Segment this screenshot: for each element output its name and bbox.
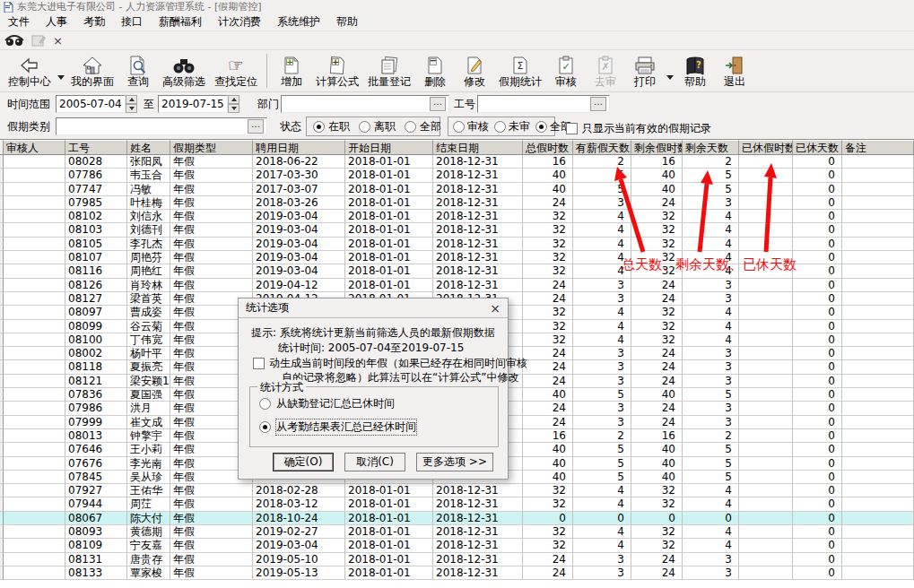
table-row[interactable]: 08067陈大付年假2018-10-242018-01-012018-12-31… bbox=[0, 512, 914, 525]
col-header[interactable]: 姓名 bbox=[127, 140, 170, 155]
auto-generate-checkbox[interactable] bbox=[253, 358, 265, 369]
table-cell: 24 bbox=[523, 416, 573, 429]
col-header[interactable]: 总假时数 bbox=[523, 140, 573, 155]
dept-lookup-button[interactable]: … bbox=[430, 97, 446, 111]
radio-audited-icon[interactable] bbox=[453, 121, 465, 133]
time-range-label: 时间范围 bbox=[7, 95, 50, 113]
table-row[interactable]: 07786韦玉合年假2017-03-302018-01-012018-12-31… bbox=[0, 169, 914, 182]
leave-type-lookup-button[interactable]: … bbox=[248, 119, 264, 134]
query-button[interactable]: 查询 bbox=[118, 53, 158, 89]
emp-no-input[interactable]: … bbox=[477, 95, 610, 113]
col-header[interactable]: 有薪假天数 bbox=[573, 140, 631, 155]
col-header[interactable]: 已休假时数 bbox=[739, 140, 793, 155]
table-row[interactable]: 08102刘信永年假2019-03-042018-01-012018-12-31… bbox=[0, 210, 914, 223]
table-row[interactable]: 07747冯敏年假2017-03-072018-01-012018-12-314… bbox=[0, 183, 914, 196]
print-button[interactable]: 打印 bbox=[625, 53, 665, 89]
audit-option-unaudited[interactable]: 未审 bbox=[509, 119, 530, 134]
advanced-filter-button[interactable]: 高级筛选 bbox=[158, 53, 210, 89]
menu-system[interactable]: 系统维护 bbox=[269, 14, 328, 30]
locate-button[interactable]: ☞ 查找定位 bbox=[210, 53, 262, 89]
col-header[interactable]: 聘用日期 bbox=[253, 140, 345, 155]
batch-register-button[interactable]: 批量登记 bbox=[363, 53, 415, 89]
menu-payroll[interactable]: 薪酬福利 bbox=[151, 14, 210, 30]
table-row[interactable]: 07927王佑华年假2018-02-282018-01-012018-12-31… bbox=[0, 484, 914, 497]
leave-type-input[interactable]: … bbox=[56, 117, 267, 135]
stat-method-option1[interactable]: 从缺勤登记汇总已休时间 bbox=[259, 396, 395, 411]
radio-all2-icon[interactable] bbox=[535, 121, 547, 133]
date-from-input[interactable]: 2005-07-04 bbox=[56, 95, 126, 113]
table-cell: 年假 bbox=[170, 497, 253, 511]
formula-button[interactable]: + 计算公式 bbox=[311, 53, 363, 89]
spinner-up-icon[interactable] bbox=[126, 95, 137, 104]
table-cell: 0 bbox=[793, 264, 842, 278]
radio-attendance-icon[interactable] bbox=[259, 421, 271, 433]
eye-icon[interactable] bbox=[4, 34, 24, 48]
col-header[interactable]: 结束日期 bbox=[433, 140, 523, 155]
note-icon[interactable] bbox=[31, 34, 46, 48]
only-valid-checkbox[interactable] bbox=[566, 123, 578, 134]
radio-left-icon[interactable] bbox=[359, 121, 370, 133]
date-from-spinner[interactable] bbox=[126, 95, 137, 113]
table-row[interactable]: 08131唐贵存年假2019-05-102018-01-012018-12-31… bbox=[0, 553, 914, 566]
table-cell: 覃家梭 bbox=[127, 566, 170, 580]
status-option-all[interactable]: 全部 bbox=[420, 119, 441, 134]
my-screen-button[interactable]: 我的界面 bbox=[66, 53, 118, 89]
dialog-titlebar[interactable]: 统计选项 × bbox=[239, 298, 508, 318]
radio-active-icon[interactable] bbox=[313, 121, 325, 133]
emp-no-lookup-button[interactable]: … bbox=[590, 97, 606, 111]
col-header[interactable]: 剩余假时数 bbox=[631, 140, 683, 155]
menu-hr[interactable]: 人事 bbox=[38, 14, 75, 30]
table-row[interactable]: 08028张阳凤年假2018-06-222018-01-012018-12-31… bbox=[0, 155, 914, 169]
control-center-dropdown-icon[interactable] bbox=[57, 75, 65, 80]
date-to-input[interactable]: 2019-07-15 bbox=[158, 95, 228, 113]
table-cell: 0 bbox=[793, 292, 842, 306]
audit-option-audited[interactable]: 审核 bbox=[467, 119, 489, 134]
delete-button[interactable]: − 删除 bbox=[415, 53, 455, 89]
col-header[interactable]: 审核人 bbox=[4, 140, 65, 155]
col-header[interactable]: 工号 bbox=[65, 140, 127, 155]
stat-method-option2[interactable]: 从考勤结果表汇总已经休时间 bbox=[259, 419, 416, 435]
status-option-active[interactable]: 在职 bbox=[328, 119, 350, 134]
table-row[interactable]: 08109宁友嘉年假2019-03-042018-01-012018-12-31… bbox=[0, 539, 914, 552]
date-to-spinner[interactable] bbox=[228, 95, 239, 113]
spinner-down-icon[interactable] bbox=[126, 104, 137, 113]
spinner-up-icon[interactable] bbox=[228, 95, 239, 104]
col-header[interactable]: 开始日期 bbox=[345, 140, 433, 155]
menu-file[interactable]: 文件 bbox=[0, 14, 38, 30]
radio-all-icon[interactable] bbox=[405, 121, 416, 133]
radio-absence-icon[interactable] bbox=[259, 398, 271, 410]
cancel-button[interactable]: 取消(C) bbox=[344, 453, 405, 471]
ok-button[interactable]: 确定(O) bbox=[273, 453, 334, 471]
table-row[interactable]: 08103刘德刊年假2019-03-042018-01-012018-12-31… bbox=[0, 223, 914, 237]
help-button[interactable]: ? 帮助 bbox=[675, 53, 715, 89]
spinner-down-icon[interactable] bbox=[228, 104, 239, 113]
table-row[interactable]: 08133覃家梭年假2019-05-132018-01-012018-12-31… bbox=[0, 566, 914, 580]
menu-attendance[interactable]: 考勤 bbox=[75, 14, 113, 30]
control-center-button[interactable]: 控制中心 bbox=[4, 53, 56, 89]
exit-button[interactable]: 退出 bbox=[715, 53, 754, 89]
table-row[interactable]: 07944周茳年假2018-03-122018-01-012018-12-313… bbox=[0, 497, 914, 511]
print-dropdown-icon[interactable] bbox=[666, 75, 674, 80]
menu-help[interactable]: 帮助 bbox=[328, 14, 366, 30]
leave-stats-button[interactable]: Σ 假期统计 bbox=[494, 53, 546, 89]
menu-interface[interactable]: 接口 bbox=[113, 14, 151, 30]
col-header[interactable]: 备注 bbox=[842, 140, 914, 155]
radio-unaudited-icon[interactable] bbox=[494, 121, 506, 133]
col-header[interactable]: 剩余天数 bbox=[683, 140, 739, 155]
modify-button[interactable]: 修改 bbox=[455, 53, 494, 89]
table-cell: 3 bbox=[573, 347, 631, 360]
col-header[interactable]: 已休天数 bbox=[793, 140, 842, 155]
dialog-close-icon[interactable]: × bbox=[490, 302, 501, 315]
table-row[interactable]: 08093黄德期年假2019-02-272018-01-012018-12-31… bbox=[0, 525, 914, 539]
more-options-button[interactable]: 更多选项 >> bbox=[416, 453, 493, 471]
table-row[interactable]: 08126肖玲林年假2019-04-122018-01-012018-12-31… bbox=[0, 279, 914, 292]
status-option-left[interactable]: 离职 bbox=[374, 119, 396, 134]
add-button[interactable]: + 增加 bbox=[272, 53, 311, 89]
col-header[interactable]: 假期类型 bbox=[170, 140, 253, 155]
dept-input[interactable]: … bbox=[281, 95, 449, 113]
menu-consumption[interactable]: 计次消费 bbox=[210, 14, 269, 30]
table-row[interactable]: 07985叶桂梅年假2018-03-262018-01-012018-12-31… bbox=[0, 196, 914, 210]
table-row[interactable]: 08105李孔杰年假2019-03-042018-01-012018-12-31… bbox=[0, 238, 914, 251]
audit-button[interactable]: ✓ 审核 bbox=[546, 53, 586, 89]
close-pane-icon[interactable]: × bbox=[53, 35, 63, 47]
